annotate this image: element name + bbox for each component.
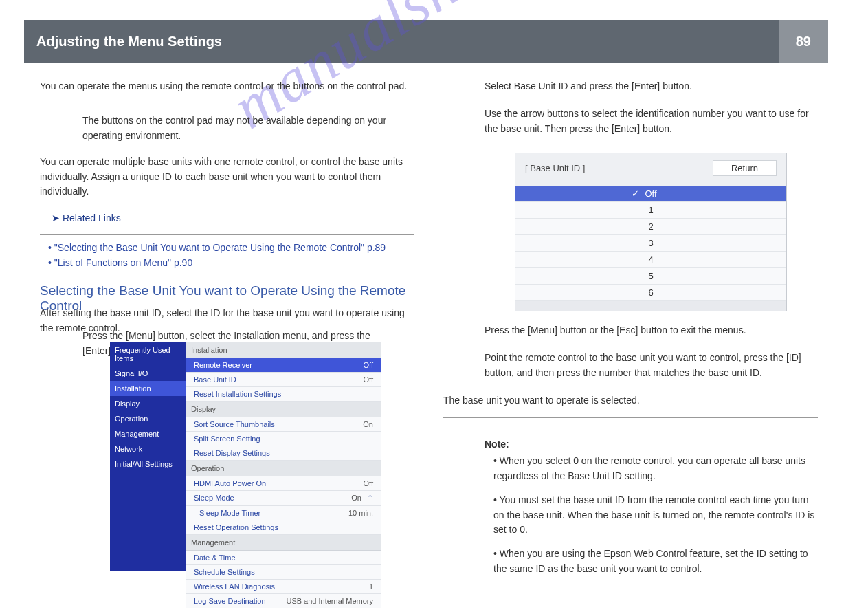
dialog-option[interactable]: 1 xyxy=(515,202,786,219)
menu-item[interactable]: Reset Display Settings xyxy=(186,446,381,461)
menu-side-item[interactable]: Operation xyxy=(110,411,186,426)
menu-item[interactable]: Schedule Settings xyxy=(186,565,381,580)
note-1: • When you select 0 on the remote contro… xyxy=(493,454,816,483)
menu-section-header: Installation xyxy=(186,342,381,358)
page-number: 89 xyxy=(779,20,828,63)
menu-item[interactable]: Wireless LAN Diagnosis1 xyxy=(186,580,381,594)
chevron-up-icon: ⌃ xyxy=(367,494,373,503)
step-4-text: Press the [Menu] button or the [Esc] but… xyxy=(485,323,814,338)
dialog-option[interactable]: Off xyxy=(515,186,786,202)
menu-item[interactable]: Sleep ModeOn⌃ xyxy=(186,491,381,506)
related-links-heading: ➤ Related Links xyxy=(52,211,189,226)
dialog-option[interactable]: 4 xyxy=(515,252,786,268)
menu-side-item[interactable]: Management xyxy=(110,426,186,441)
closing-text: The base unit you want to operate is sel… xyxy=(443,393,818,408)
step-3-text: Use the arrow buttons to select the iden… xyxy=(485,107,814,136)
step-5-text: Point the remote control to the base uni… xyxy=(485,351,814,380)
menu-item[interactable]: Log Save DestinationUSB and Internal Mem… xyxy=(186,594,381,608)
menu-item[interactable]: Reset Operation Settings xyxy=(186,520,381,535)
dialog-option[interactable]: 6 xyxy=(515,285,786,301)
intro-para-1: You can operate the menus using the remo… xyxy=(40,79,414,94)
menu-section-header: Display xyxy=(186,402,381,417)
settings-menu-screenshot: Frequently Used ItemsSignal I/OInstallat… xyxy=(110,342,381,571)
menu-side-item[interactable]: Display xyxy=(110,396,186,411)
note-3: • When you are using the Epson Web Contr… xyxy=(493,547,816,576)
page-title: Adjusting the Menu Settings xyxy=(36,34,222,50)
menu-item[interactable]: Date & Time xyxy=(186,551,381,565)
menu-item[interactable]: Sort Source ThumbnailsOn xyxy=(186,417,381,432)
related-link-2[interactable]: • "List of Functions on Menu" p.90 xyxy=(48,256,412,271)
menu-side-item[interactable]: Installation xyxy=(110,381,186,396)
related-link-1[interactable]: • "Selecting the Base Unit You want to O… xyxy=(48,241,412,256)
menu-item[interactable]: HDMI Auto Power OnOff xyxy=(186,476,381,491)
return-button[interactable]: Return xyxy=(713,160,777,176)
menu-item[interactable]: Base Unit IDOff xyxy=(186,373,381,387)
divider xyxy=(40,234,414,235)
menu-item[interactable]: Sleep Mode Timer10 min. xyxy=(186,506,381,520)
menu-main: InstallationRemote ReceiverOffBase Unit … xyxy=(186,342,381,571)
dialog-option[interactable]: 5 xyxy=(515,268,786,285)
page-header: Adjusting the Menu Settings 89 xyxy=(24,20,828,63)
menu-item[interactable]: Reset Installation Settings xyxy=(186,387,381,402)
divider-2 xyxy=(443,417,818,418)
menu-side-item[interactable]: Signal I/O xyxy=(110,366,186,381)
menu-item[interactable]: Split Screen Setting xyxy=(186,432,381,446)
note-para: The buttons on the control pad may not b… xyxy=(82,113,412,143)
menu-section-header: Management xyxy=(186,535,381,551)
dialog-option[interactable]: 2 xyxy=(515,219,786,235)
intro-para-2: You can operate multiple base units with… xyxy=(40,155,414,199)
menu-sidebar: Frequently Used ItemsSignal I/OInstallat… xyxy=(110,342,186,571)
dialog-option[interactable]: 3 xyxy=(515,235,786,252)
notes-heading: Note: xyxy=(485,437,818,452)
menu-section-header: Operation xyxy=(186,461,381,476)
dialog-title: [ Base Unit ID ] xyxy=(525,163,585,173)
base-unit-id-dialog: [ Base Unit ID ] Return Off123456 xyxy=(515,153,787,311)
menu-item[interactable]: Remote ReceiverOff xyxy=(186,358,381,373)
note-2: • You must set the base unit ID from the… xyxy=(493,493,816,538)
menu-side-item[interactable]: Frequently Used Items xyxy=(110,342,186,366)
menu-side-item[interactable]: Initial/All Settings xyxy=(110,457,186,472)
step-2-text: Select Base Unit ID and press the [Enter… xyxy=(485,79,814,94)
menu-side-item[interactable]: Network xyxy=(110,441,186,457)
